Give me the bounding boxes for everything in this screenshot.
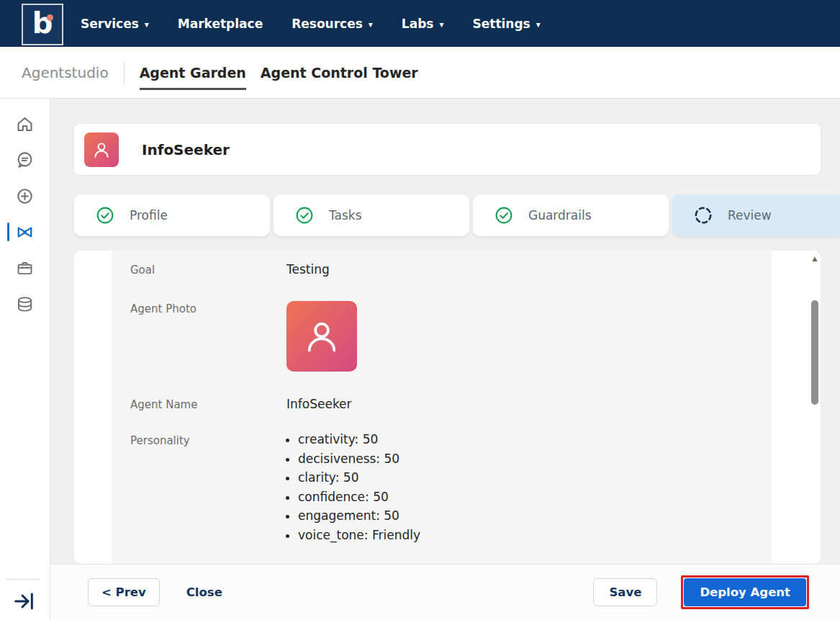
divider	[6, 579, 40, 580]
sidebar-item-agent-garden[interactable]	[0, 214, 50, 250]
field-label: Personality	[130, 433, 286, 547]
agent-photo	[286, 301, 357, 372]
sidebar-item-data[interactable]	[0, 286, 50, 322]
field-label: Agent Name	[130, 397, 286, 411]
prev-button[interactable]: < Prev	[88, 578, 160, 606]
expand-right-icon	[12, 590, 35, 613]
step-guardrails[interactable]: Guardrails	[473, 194, 669, 236]
divider	[124, 62, 125, 84]
top-navbar: b Services ▾ Marketplace Resources ▾ Lab…	[0, 0, 840, 47]
check-circle-icon	[494, 206, 513, 225]
nav-item-label: Services	[81, 17, 139, 31]
nav-item-settings[interactable]: Settings ▾	[472, 17, 540, 31]
person-icon	[91, 140, 112, 160]
content-area: InfoSeeker Profile Tasks Guardrails Re	[50, 99, 840, 620]
brand-logo[interactable]: b	[22, 4, 63, 45]
save-button[interactable]: Save	[593, 578, 657, 606]
sidebar-item-chat[interactable]	[0, 142, 50, 178]
dropdown-caret-icon: ▾	[439, 19, 443, 30]
briefcase-icon	[15, 259, 35, 278]
step-label: Review	[728, 208, 772, 223]
dropdown-caret-icon: ▾	[369, 19, 373, 30]
scroll-up-arrow[interactable]: ▲	[810, 255, 819, 262]
plus-circle-icon	[15, 187, 35, 206]
wizard-steps: Profile Tasks Guardrails Review	[74, 194, 840, 236]
bowtie-icon	[15, 223, 35, 242]
review-fields: Goal Testing Agent Photo Agent Name Info…	[112, 251, 772, 564]
review-panel: Goal Testing Agent Photo Agent Name Info…	[74, 251, 821, 564]
agent-header-card: InfoSeeker	[74, 124, 821, 175]
step-review[interactable]: Review	[672, 194, 840, 236]
tab-agent-control-tower[interactable]: Agent Control Tower	[261, 65, 418, 81]
deploy-highlight-box: Deploy Agent	[681, 575, 809, 609]
scrollbar[interactable]: ▲	[810, 253, 819, 561]
list-item: creativity: 50	[298, 433, 420, 447]
check-circle-icon	[96, 206, 114, 225]
nav-menu: Services ▾ Marketplace Resources ▾ Labs …	[81, 17, 541, 31]
field-value: InfoSeeker	[286, 397, 352, 411]
step-profile[interactable]: Profile	[74, 194, 270, 236]
chat-icon	[15, 150, 35, 170]
main-row: InfoSeeker Profile Tasks Guardrails Re	[0, 99, 840, 620]
agent-avatar	[84, 132, 119, 167]
step-tasks[interactable]: Tasks	[274, 194, 469, 236]
step-label: Profile	[130, 208, 168, 223]
field-row-goal: Goal Testing	[112, 262, 772, 277]
active-indicator-bar	[7, 223, 9, 241]
sidebar-expand-button[interactable]	[12, 590, 35, 613]
app-root: b Services ▾ Marketplace Resources ▾ Lab…	[0, 0, 840, 620]
field-label: Agent Photo	[130, 301, 286, 372]
list-item: confidence: 50	[298, 490, 420, 505]
sidebar-item-toolbox[interactable]	[0, 250, 50, 286]
nav-item-marketplace[interactable]: Marketplace	[178, 17, 263, 31]
nav-item-labs[interactable]: Labs ▾	[402, 17, 444, 31]
agent-name-title: InfoSeeker	[142, 141, 230, 158]
field-value: Testing	[286, 262, 330, 277]
nav-item-resources[interactable]: Resources ▾	[292, 17, 373, 31]
nav-item-label: Resources	[292, 17, 363, 31]
step-label: Guardrails	[528, 208, 592, 223]
nav-item-label: Marketplace	[178, 17, 263, 31]
dropdown-caret-icon: ▾	[145, 19, 149, 30]
deploy-agent-button[interactable]: Deploy Agent	[684, 578, 806, 606]
scrollbar-thumb[interactable]	[811, 300, 818, 405]
breadcrumb-brand[interactable]: Agentstudio	[22, 64, 109, 81]
field-row-agent-name: Agent Name InfoSeeker	[112, 397, 772, 411]
sidebar-item-create[interactable]	[0, 178, 50, 214]
step-label: Tasks	[329, 208, 362, 223]
sidebar-item-home[interactable]	[0, 106, 50, 142]
dashed-circle-icon	[694, 206, 713, 225]
logo-letter: b	[32, 9, 53, 37]
nav-item-services[interactable]: Services ▾	[81, 17, 149, 31]
dropdown-caret-icon: ▾	[536, 19, 541, 30]
nav-item-label: Labs	[402, 17, 434, 31]
personality-list: creativity: 50 decisiveness: 50 clarity:…	[286, 433, 420, 547]
database-icon	[15, 295, 35, 314]
field-label: Goal	[130, 262, 286, 277]
secondary-navbar: Agentstudio Agent Garden Agent Control T…	[0, 47, 840, 99]
person-icon	[302, 316, 342, 356]
icon-sidebar	[0, 99, 50, 620]
tab-agent-garden[interactable]: Agent Garden	[140, 65, 246, 81]
home-icon	[15, 114, 35, 134]
check-circle-icon	[295, 206, 314, 225]
logo-dot-icon	[47, 14, 53, 21]
nav-item-label: Settings	[472, 17, 530, 31]
field-row-agent-photo: Agent Photo	[112, 301, 772, 372]
list-item: voice_tone: Friendly	[298, 529, 420, 543]
field-row-personality: Personality creativity: 50 decisiveness:…	[112, 433, 772, 547]
footer-actions: < Prev Close Save Deploy Agent	[50, 564, 840, 620]
list-item: clarity: 50	[298, 471, 420, 485]
list-item: engagement: 50	[298, 509, 420, 524]
list-item: decisiveness: 50	[298, 452, 420, 467]
close-button[interactable]: Close	[186, 579, 222, 606]
